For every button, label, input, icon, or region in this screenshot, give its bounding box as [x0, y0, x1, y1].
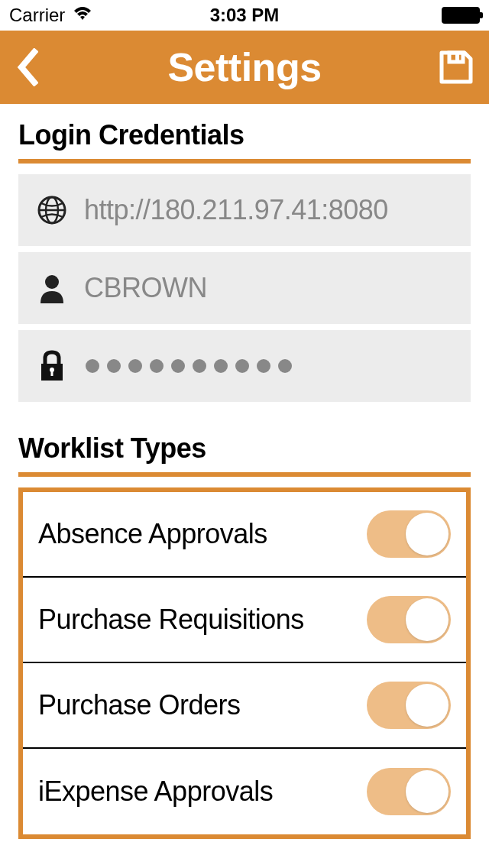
- lock-icon: [34, 350, 70, 382]
- password-masked-value: [86, 359, 292, 373]
- battery-icon: [442, 7, 480, 24]
- back-button[interactable]: [15, 48, 38, 86]
- status-bar: Carrier 3:03 PM: [0, 0, 489, 31]
- password-dot: [86, 359, 99, 373]
- password-dot: [214, 359, 228, 373]
- password-dot: [107, 359, 121, 373]
- login-credentials-section: Login Credentials http://180.211.97.41:8…: [18, 119, 471, 402]
- url-field[interactable]: http://180.211.97.41:8080: [18, 174, 471, 246]
- save-button[interactable]: [439, 50, 474, 85]
- worklist-item-label: Purchase Requisitions: [38, 604, 304, 636]
- toggle-knob: [406, 684, 449, 727]
- password-dot: [128, 359, 142, 373]
- worklist-types-section: Worklist Types Absence ApprovalsPurchase…: [18, 432, 471, 839]
- worklist-item-label: iExpense Approvals: [38, 776, 273, 808]
- svg-point-5: [45, 275, 59, 289]
- status-time: 3:03 PM: [210, 5, 280, 26]
- password-dot: [235, 359, 249, 373]
- username-value: CBROWN: [84, 272, 207, 304]
- password-dot: [278, 359, 292, 373]
- worklist-box: Absence ApprovalsPurchase RequisitionsPu…: [18, 487, 471, 839]
- wifi-icon: [71, 5, 94, 26]
- password-field[interactable]: [18, 330, 471, 402]
- password-dot: [193, 359, 206, 373]
- toggle-knob: [406, 770, 449, 813]
- toggle-knob: [406, 598, 449, 641]
- nav-bar: Settings: [0, 31, 489, 104]
- toggle-knob: [406, 513, 449, 555]
- toggle-switch[interactable]: [367, 596, 451, 643]
- worklist-item: Purchase Orders: [23, 663, 466, 749]
- password-dot: [257, 359, 270, 373]
- username-field[interactable]: CBROWN: [18, 252, 471, 324]
- user-icon: [34, 273, 70, 303]
- worklist-item: iExpense Approvals: [23, 749, 466, 834]
- password-dot: [150, 359, 164, 373]
- carrier-label: Carrier: [9, 5, 65, 26]
- page-title: Settings: [167, 44, 321, 90]
- toggle-switch[interactable]: [367, 768, 451, 815]
- worklist-item: Purchase Requisitions: [23, 578, 466, 663]
- url-value: http://180.211.97.41:8080: [84, 194, 388, 226]
- worklist-item-label: Absence Approvals: [38, 518, 267, 550]
- section-divider: [18, 159, 471, 164]
- section-divider: [18, 472, 471, 477]
- worklist-item-label: Purchase Orders: [38, 689, 241, 721]
- svg-rect-8: [51, 371, 53, 376]
- worklist-item: Absence Approvals: [23, 492, 466, 578]
- section-title-worklist: Worklist Types: [18, 432, 471, 465]
- globe-icon: [34, 195, 70, 225]
- toggle-switch[interactable]: [367, 510, 451, 558]
- svg-rect-1: [455, 54, 459, 60]
- toggle-switch[interactable]: [367, 682, 451, 729]
- password-dot: [171, 359, 185, 373]
- section-title-credentials: Login Credentials: [18, 119, 471, 151]
